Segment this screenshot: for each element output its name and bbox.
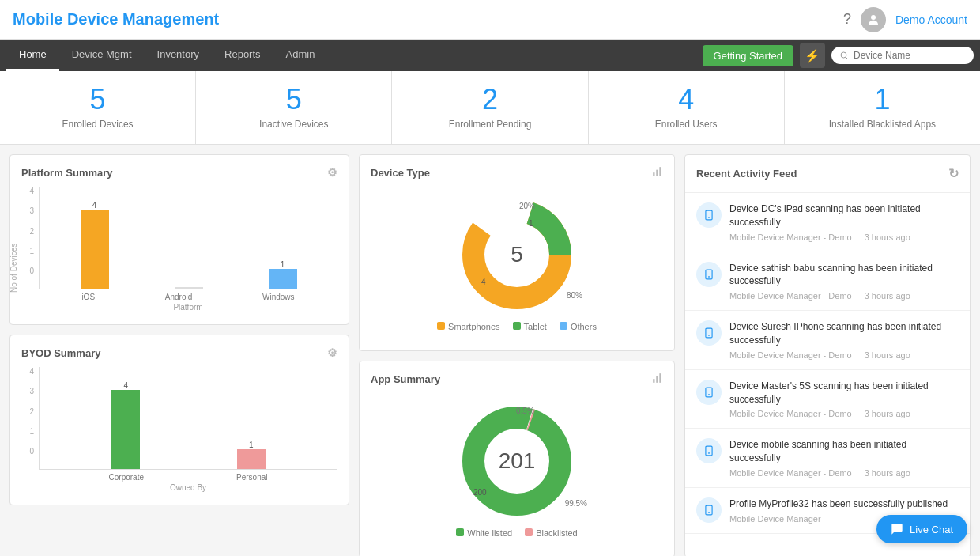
stat-enrolled-users[interactable]: 4 Enrolled Users [589, 71, 785, 144]
stat-blacklisted-apps[interactable]: 1 Installed Blacklisted Apps [785, 71, 980, 144]
activity-refresh-icon[interactable]: ↻ [948, 166, 959, 181]
donut-label-4: 4 [481, 278, 486, 286]
search-box [831, 47, 974, 64]
svg-rect-3 [653, 172, 654, 176]
blacklisted-apps-count: 1 [793, 85, 972, 114]
platform-chart-area: 4 3 2 1 0 No of Devices 4 [21, 187, 337, 313]
nav-device-mgmt[interactable]: Device Mgmt [59, 40, 145, 71]
device-type-donut: 5 20% 80% 1 4 Smartphones Tablet Others [371, 187, 663, 339]
byod-summary-title: BYOD Summary ⚙ [21, 346, 337, 359]
search-input[interactable] [854, 50, 964, 61]
activity-icon-6 [696, 497, 722, 523]
app-summary-icon[interactable] [652, 373, 663, 386]
live-chat-button[interactable]: Live Chat [876, 515, 967, 543]
help-icon[interactable]: ? [843, 11, 851, 28]
platform-x-labels: iOS Android Windows [39, 289, 337, 301]
byod-bars: 4 1 [39, 367, 337, 470]
nav-inventory[interactable]: Inventory [145, 40, 212, 71]
bar-personal: 1 [237, 441, 266, 469]
getting-started-button[interactable]: Getting Started [703, 45, 793, 66]
byod-y-axis: 4 3 2 1 0 [21, 367, 34, 470]
svg-point-1 [841, 52, 846, 58]
right-column: Recent Activity Feed ↻ Device DC's iPad … [684, 154, 971, 556]
legend-tablet-dot [513, 322, 521, 330]
activity-time-3: 3 hours ago [865, 350, 910, 360]
platform-chart-icon[interactable]: ⚙ [327, 166, 337, 179]
stat-enrolled-devices[interactable]: 5 Enrolled Devices [0, 71, 196, 144]
activity-time-2: 3 hours ago [865, 291, 910, 301]
svg-point-0 [871, 15, 876, 20]
app-donut-chart: 201 0.5% 99.5% 200 [458, 402, 576, 520]
nav-admin[interactable]: Admin [273, 40, 328, 71]
platform-y-axis: 4 3 2 1 0 [21, 187, 34, 289]
legend-others-dot [560, 322, 567, 330]
app-donut-legend: White listed Blacklisted [456, 528, 577, 538]
activity-source-6: Mobile Device Manager - [729, 514, 826, 524]
app-label-05: 0.5% [516, 407, 534, 415]
activity-item-3: Device Suresh IPhone scanning has been i… [685, 311, 970, 370]
activity-content-1: Device DC's iPad scanning has been initi… [729, 202, 959, 242]
stat-inactive-devices[interactable]: 5 Inactive Devices [196, 71, 392, 144]
enrolled-users-count: 4 [597, 85, 776, 114]
activity-icon-5 [696, 438, 722, 463]
activity-title-6: Profile MyProfile32 has been successfull… [729, 497, 959, 511]
svg-rect-9 [653, 379, 654, 383]
activity-icon-3 [696, 320, 722, 346]
svg-rect-10 [656, 376, 658, 383]
nav-reports[interactable]: Reports [212, 40, 273, 71]
lightning-icon[interactable]: ⚡ [800, 43, 825, 68]
activity-content-3: Device Suresh IPhone scanning has been i… [729, 320, 959, 360]
header-right: ? Demo Account [843, 7, 967, 32]
activity-time-5: 3 hours ago [865, 468, 910, 478]
stat-enrollment-pending[interactable]: 2 Enrollment Pending [392, 71, 588, 144]
donut-chart: 5 20% 80% 1 4 [458, 195, 576, 314]
legend-whitelisted-dot [456, 528, 464, 536]
activity-title-2: Device sathish babu scanning has been in… [729, 262, 959, 289]
mid-column: Device Type 5 20% 80 [359, 154, 675, 556]
svg-rect-17 [706, 270, 712, 279]
device-type-icon[interactable] [652, 166, 663, 180]
activity-item-1: Device DC's iPad scanning has been initi… [685, 193, 970, 252]
bar-ios: 4 [81, 201, 109, 289]
activity-meta-3: Mobile Device Manager - Demo 3 hours ago [729, 350, 959, 360]
svg-point-20 [708, 335, 710, 336]
activity-item-5: Device mobile scanning has been initiate… [685, 429, 970, 488]
inactive-devices-count: 5 [204, 85, 383, 114]
donut-total: 5 [511, 242, 523, 267]
legend-blacklisted-dot [525, 528, 533, 536]
navigation: Home Device Mgmt Inventory Reports Admin… [0, 40, 980, 71]
byod-chart-area: 4 3 2 1 0 4 1 [21, 367, 337, 494]
platform-y-label: No of Devices [9, 190, 18, 293]
svg-rect-23 [706, 447, 712, 456]
device-type-card: Device Type 5 20% 80 [359, 154, 675, 351]
activity-meta-1: Mobile Device Manager - Demo 3 hours ago [729, 233, 959, 242]
app-label-200: 200 [473, 488, 487, 497]
svg-point-16 [708, 217, 710, 218]
svg-rect-5 [659, 167, 661, 176]
stats-bar: 5 Enrolled Devices 5 Inactive Devices 2 … [0, 71, 980, 145]
donut-legend: Smartphones Tablet Others [437, 322, 597, 331]
app-donut-total: 201 [499, 448, 536, 474]
svg-rect-15 [706, 210, 712, 220]
byod-x-axis-label: Owned By [39, 483, 337, 492]
activity-icon-1 [696, 202, 722, 228]
app-label-995: 99.5% [565, 499, 587, 508]
avatar[interactable] [861, 7, 886, 32]
legend-smartphones-dot [437, 322, 445, 330]
enrollment-pending-count: 2 [400, 85, 579, 114]
byod-chart-icon[interactable]: ⚙ [327, 346, 337, 359]
activity-feed-header: Recent Activity Feed ↻ [685, 155, 970, 193]
platform-x-axis-label: Platform [39, 303, 337, 312]
svg-line-2 [846, 57, 848, 59]
platform-bars: 4 1 [39, 187, 337, 289]
account-name[interactable]: Demo Account [895, 13, 967, 26]
nav-home[interactable]: Home [6, 40, 59, 71]
blacklisted-apps-label: Installed Blacklisted Apps [793, 119, 972, 130]
svg-rect-11 [659, 373, 661, 383]
svg-point-22 [708, 394, 710, 395]
activity-feed: Recent Activity Feed ↻ Device DC's iPad … [684, 154, 971, 556]
svg-point-24 [708, 452, 710, 454]
byod-summary-card: BYOD Summary ⚙ 4 3 2 1 0 4 [9, 335, 349, 505]
enrolled-users-label: Enrolled Users [597, 119, 776, 130]
live-chat-icon [891, 523, 903, 535]
